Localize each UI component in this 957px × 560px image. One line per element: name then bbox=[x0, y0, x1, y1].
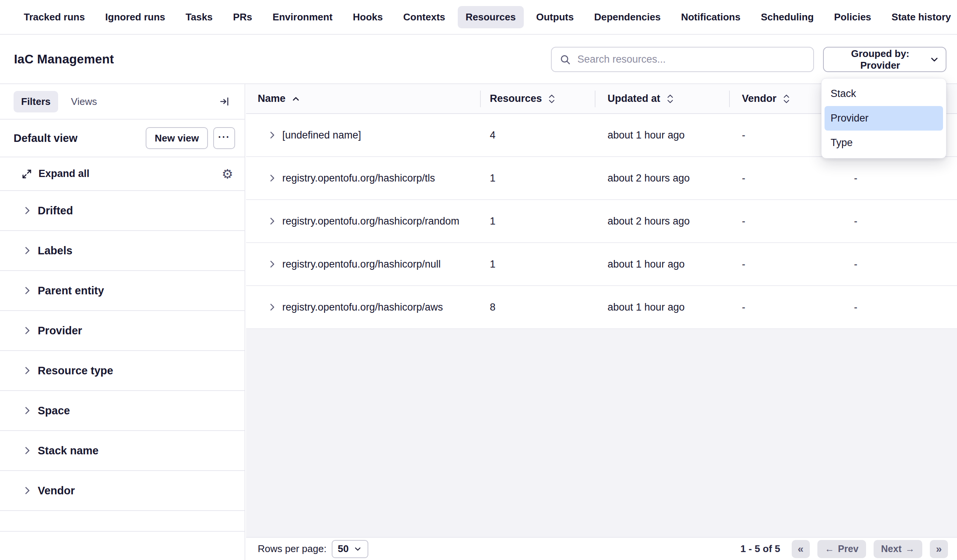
group-menu-item[interactable]: Provider bbox=[824, 106, 943, 131]
first-page-button[interactable]: « bbox=[792, 540, 810, 558]
filter-section-label: Stack name bbox=[38, 445, 98, 457]
sort-icon bbox=[782, 93, 791, 104]
expand-row-icon[interactable] bbox=[267, 259, 277, 269]
search-icon bbox=[559, 54, 571, 66]
group-menu-item[interactable]: Type bbox=[824, 131, 943, 155]
expand-all-row: Expand all ⚙ bbox=[0, 157, 245, 191]
updated-at: about 1 hour ago bbox=[595, 301, 729, 313]
rows-per-page-value: 50 bbox=[338, 543, 349, 555]
table-footer: Rows per page: 50 1 - 5 of 5 « ← Prev Ne… bbox=[246, 537, 957, 560]
nav-tab[interactable]: Ignored runs bbox=[97, 6, 173, 28]
nav-tab[interactable]: Outputs bbox=[528, 6, 582, 28]
grouped-by-label: Grouped by: Provider bbox=[831, 48, 929, 71]
table-row[interactable]: registry.opentofu.org/hashicorp/null 1 a… bbox=[246, 243, 957, 286]
updated-at: about 2 hours ago bbox=[595, 172, 729, 184]
resource-name: registry.opentofu.org/hashicorp/random bbox=[282, 216, 459, 227]
column-label: Updated at bbox=[608, 93, 660, 104]
search-box[interactable] bbox=[551, 47, 814, 72]
filter-section[interactable]: Space bbox=[0, 391, 245, 431]
view-name: Default view bbox=[14, 132, 77, 145]
chevron-right-icon bbox=[22, 325, 32, 336]
filter-section-label: Drifted bbox=[38, 205, 73, 217]
grouped-by-button[interactable]: Grouped by: Provider bbox=[823, 47, 946, 72]
column-header-resources[interactable]: Resources bbox=[480, 84, 595, 113]
chevron-down-icon bbox=[353, 544, 362, 554]
filter-section-label: Parent entity bbox=[38, 284, 104, 297]
filter-section-label: Resource type bbox=[38, 364, 113, 377]
expand-row-icon[interactable] bbox=[267, 302, 277, 312]
extra-value: - bbox=[849, 301, 957, 313]
nav-tab[interactable]: Notifications bbox=[673, 6, 748, 28]
next-page-button[interactable]: Next → bbox=[873, 540, 922, 558]
rows-per-page-select[interactable]: 50 bbox=[332, 540, 368, 558]
sidebar-tabs: Filters Views bbox=[0, 84, 245, 120]
filter-section[interactable]: Labels bbox=[0, 231, 245, 271]
column-header-updated-at[interactable]: Updated at bbox=[595, 84, 729, 113]
filter-section[interactable]: Parent entity bbox=[0, 271, 245, 311]
nav-tab[interactable]: Dependencies bbox=[586, 6, 668, 28]
chevron-right-icon bbox=[22, 285, 32, 296]
filter-section[interactable]: Resource type bbox=[0, 351, 245, 391]
expand-row-icon[interactable] bbox=[267, 130, 277, 140]
nav-tab[interactable]: Tasks bbox=[178, 6, 221, 28]
chevron-right-icon bbox=[22, 205, 32, 216]
vendor-value: - bbox=[729, 172, 849, 184]
table-row[interactable]: registry.opentofu.org/hashicorp/tls 1 ab… bbox=[246, 157, 957, 200]
collapse-panel-icon[interactable] bbox=[216, 93, 233, 110]
search-input[interactable] bbox=[577, 54, 806, 65]
column-header-name[interactable]: Name bbox=[246, 84, 480, 113]
nav-tab[interactable]: PRs bbox=[225, 6, 261, 28]
pagination-range: 1 - 5 of 5 bbox=[741, 543, 780, 555]
expand-row-icon[interactable] bbox=[267, 216, 277, 226]
filter-section-label: Provider bbox=[38, 325, 82, 337]
chevron-right-icon bbox=[22, 405, 32, 416]
arrow-left-icon: ← bbox=[825, 543, 834, 554]
filter-section[interactable]: Provider bbox=[0, 311, 245, 351]
tab-filters[interactable]: Filters bbox=[14, 91, 58, 112]
table-row[interactable]: registry.opentofu.org/hashicorp/random 1… bbox=[246, 200, 957, 243]
next-label: Next bbox=[881, 543, 902, 554]
column-label: Vendor bbox=[742, 93, 777, 104]
nav-tab[interactable]: Resources bbox=[458, 6, 524, 28]
resource-name: [undefined name] bbox=[282, 129, 361, 141]
column-label: Name bbox=[258, 93, 286, 104]
resources-count: 8 bbox=[480, 301, 595, 313]
group-menu-item[interactable]: Stack bbox=[824, 82, 943, 106]
resources-count: 1 bbox=[480, 259, 595, 270]
nav-tab[interactable]: State history bbox=[884, 6, 957, 28]
nav-tab[interactable]: Hooks bbox=[345, 6, 390, 28]
nav-tab[interactable]: Policies bbox=[826, 6, 879, 28]
sidebar-divider bbox=[0, 531, 245, 532]
resources-count: 1 bbox=[480, 172, 595, 184]
filter-sections: Drifted Labels Parent entity Pro bbox=[0, 191, 245, 511]
gear-icon[interactable]: ⚙ bbox=[222, 167, 233, 180]
expand-row-icon[interactable] bbox=[267, 173, 277, 183]
grouped-by-menu: Stack Provider Type bbox=[821, 78, 946, 158]
more-options-button[interactable]: ··· bbox=[213, 127, 235, 149]
column-label: Resources bbox=[490, 93, 542, 104]
tab-views[interactable]: Views bbox=[63, 91, 104, 112]
filters-sidebar: Filters Views Default view New view ··· … bbox=[0, 84, 245, 560]
table-row[interactable]: registry.opentofu.org/hashicorp/aws 8 ab… bbox=[246, 286, 957, 329]
filter-section[interactable]: Vendor bbox=[0, 471, 245, 511]
nav-tab[interactable]: Contexts bbox=[395, 6, 453, 28]
prev-page-button[interactable]: ← Prev bbox=[817, 540, 866, 558]
updated-at: about 1 hour ago bbox=[595, 259, 729, 270]
sort-asc-icon bbox=[291, 94, 301, 104]
nav-tab[interactable]: Tracked runs bbox=[16, 6, 93, 28]
prev-label: Prev bbox=[838, 543, 859, 554]
rows-per-page-label: Rows per page: bbox=[258, 543, 327, 555]
resources-count: 1 bbox=[480, 216, 595, 227]
nav-tab[interactable]: Environment bbox=[265, 6, 340, 28]
nav-tab[interactable]: Scheduling bbox=[753, 6, 821, 28]
filter-section-label: Vendor bbox=[38, 484, 75, 497]
arrow-right-icon: → bbox=[905, 543, 915, 554]
empty-area bbox=[246, 329, 957, 537]
top-navigation: Tracked runs Ignored runs Tasks PRs Envi… bbox=[0, 0, 957, 35]
new-view-button[interactable]: New view bbox=[146, 127, 208, 149]
filter-section[interactable]: Drifted bbox=[0, 191, 245, 231]
resource-name: registry.opentofu.org/hashicorp/aws bbox=[282, 301, 443, 313]
last-page-button[interactable]: » bbox=[930, 540, 948, 558]
expand-all-label[interactable]: Expand all bbox=[38, 168, 90, 180]
filter-section[interactable]: Stack name bbox=[0, 431, 245, 471]
